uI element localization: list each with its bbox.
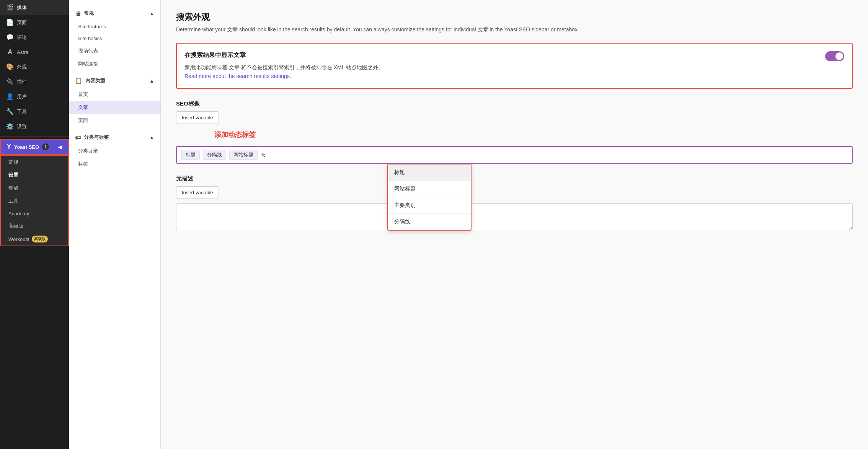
content-types-icon: 📋 (75, 77, 82, 84)
mid-section-general[interactable]: 🖥 常规 ▲ (69, 6, 160, 21)
meta-desc-input[interactable] (176, 203, 853, 230)
comments-icon: 💬 (6, 34, 14, 41)
search-results-row: 在搜索结果中显示文章 禁用此功能意味着 文章 将不会被搜索引擎索引，并将被排除在… (184, 51, 844, 80)
yoast-sub-workouts[interactable]: Workouts 高级版 (1, 233, 68, 246)
yoast-icon: Y (7, 143, 11, 150)
sidebar-item-tools[interactable]: 🔧 工具 (0, 104, 69, 119)
workouts-premium-badge: 高级版 (32, 236, 48, 242)
toggle-slider: ✓ (825, 51, 844, 61)
meta-desc-label: 元描述 (176, 175, 853, 182)
mid-item-site-connections[interactable]: 网站连接 (69, 57, 160, 70)
collapse-icon-2: ▲ (149, 78, 154, 84)
main-content: 🖥 常规 ▲ Site features Site basics 现场代表 网站… (69, 0, 868, 449)
yoast-seo-menu-item[interactable]: Y Yoast SEO 1 ◀ (0, 139, 69, 155)
tag-chip-separator[interactable]: 分隔线 (203, 150, 226, 160)
yoast-sub-premium[interactable]: 高级版 (1, 220, 68, 233)
dropdown-item-primary-category[interactable]: 主要类别 (388, 197, 471, 214)
yoast-badge: 1 (42, 143, 49, 150)
search-results-label: 在搜索结果中显示文章 (184, 51, 395, 59)
astra-icon: A (6, 49, 14, 55)
page-description: Determine what your 文章 should look like … (176, 25, 853, 34)
mid-item-site-basics[interactable]: Site basics (69, 33, 160, 44)
seo-title-input-wrapper: 标题 分隔线 网站标题 标题 网站标题 主要类别 分隔线 (176, 146, 853, 164)
tag-chip-site-title[interactable]: 网站标题 (229, 150, 258, 160)
sidebar-item-comments[interactable]: 💬 评论 (0, 30, 69, 45)
seo-title-section: SEO标题 Insert variable 添加动态标签 标题 分隔线 网站标题… (176, 100, 853, 164)
yoast-sub-integrations[interactable]: 集成 (1, 182, 68, 195)
users-icon: 👤 (6, 93, 14, 100)
sidebar-item-appearance[interactable]: 🎨 外观 (0, 59, 69, 74)
sidebar-item-pages[interactable]: 📄 页面 (0, 15, 69, 30)
tools-icon: 🔧 (6, 108, 14, 115)
arrow-icon: ◀ (58, 144, 62, 150)
toggle-check-icon: ✓ (839, 53, 842, 59)
search-results-box: 在搜索结果中显示文章 禁用此功能意味着 文章 将不会被搜索引擎索引，并将被排除在… (176, 43, 853, 89)
mid-item-homepage[interactable]: 首页 (69, 88, 160, 101)
mid-sidebar: 🖥 常规 ▲ Site features Site basics 现场代表 网站… (69, 0, 161, 449)
sidebar-item-plugins[interactable]: 🔌 插件 (0, 74, 69, 89)
search-results-content: 在搜索结果中显示文章 禁用此功能意味着 文章 将不会被搜索引擎索引，并将被排除在… (184, 51, 395, 80)
mid-item-site-rep[interactable]: 现场代表 (69, 44, 160, 57)
mid-item-posts[interactable]: 文章 (69, 101, 160, 114)
sidebar-item-users[interactable]: 👤 用户 (0, 89, 69, 104)
show-in-search-toggle[interactable]: ✓ (825, 51, 844, 61)
yoast-sub-settings[interactable]: 设置 (1, 169, 68, 182)
sidebar-item-media[interactable]: 🎬 媒体 (0, 0, 69, 15)
mid-item-pages[interactable]: 页面 (69, 114, 160, 127)
sidebar-item-settings[interactable]: ⚙️ 设置 (0, 119, 69, 134)
categories-icon: 🏷 (75, 134, 81, 141)
wp-sidebar: 🎬 媒体 📄 页面 💬 评论 A Astra 🎨 外观 🔌 插件 👤 用户 🔧 … (0, 0, 69, 449)
dropdown-item-title[interactable]: 标题 (388, 164, 471, 181)
meta-insert-variable-button[interactable]: Insert variable (176, 186, 219, 199)
dropdown-item-separator[interactable]: 分隔线 (388, 214, 471, 230)
mid-section-categories[interactable]: 🏷 分类与标签 ▲ (69, 130, 160, 145)
mid-item-site-features[interactable]: Site features (69, 21, 160, 33)
sidebar-item-astra[interactable]: A Astra (0, 45, 69, 59)
yoast-sub-tools[interactable]: 工具 (1, 195, 68, 208)
settings-icon: ⚙️ (6, 123, 14, 130)
appearance-icon: 🎨 (6, 63, 14, 70)
collapse-icon: ▲ (149, 11, 154, 16)
dropdown-item-site-title[interactable]: 网站标题 (388, 181, 471, 197)
page-title: 搜索外观 (176, 11, 853, 23)
insert-variable-button[interactable]: Insert variable (176, 111, 219, 124)
tag-chip-title[interactable]: 标题 (181, 150, 200, 160)
annotation-row: 添加动态标签 (176, 129, 853, 143)
yoast-sub-general[interactable]: 常规 (1, 156, 68, 169)
seo-title-input[interactable] (261, 152, 847, 158)
plugins-icon: 🔌 (6, 78, 14, 85)
collapse-icon-3: ▲ (149, 135, 154, 140)
dynamic-tag-annotation: 添加动态标签 (214, 130, 256, 139)
read-more-link[interactable]: Read more about the search results setti… (184, 73, 290, 79)
meta-section: 元描述 Insert variable (176, 175, 853, 232)
mid-item-category-dir[interactable]: 分类目录 (69, 145, 160, 158)
mid-item-tags[interactable]: 标签 (69, 158, 160, 171)
sidebar-separator (0, 136, 69, 137)
media-icon: 🎬 (6, 4, 14, 11)
general-section-icon: 🖥 (75, 10, 81, 17)
yoast-sub-menu: 常规 设置 集成 工具 Academy 高级版 Workouts 高级版 (0, 155, 69, 246)
right-panel: 搜索外观 Determine what your 文章 should look … (161, 0, 868, 449)
search-results-desc: 禁用此功能意味着 文章 将不会被搜索引擎索引，并将被排除在 XML 站点地图之外… (184, 63, 395, 80)
variable-dropdown: 标题 网站标题 主要类别 分隔线 (387, 164, 472, 231)
pages-icon: 📄 (6, 19, 14, 26)
yoast-sub-academy[interactable]: Academy (1, 208, 68, 220)
mid-section-content-types[interactable]: 📋 内容类型 ▲ (69, 73, 160, 88)
seo-title-label: SEO标题 (176, 100, 853, 107)
